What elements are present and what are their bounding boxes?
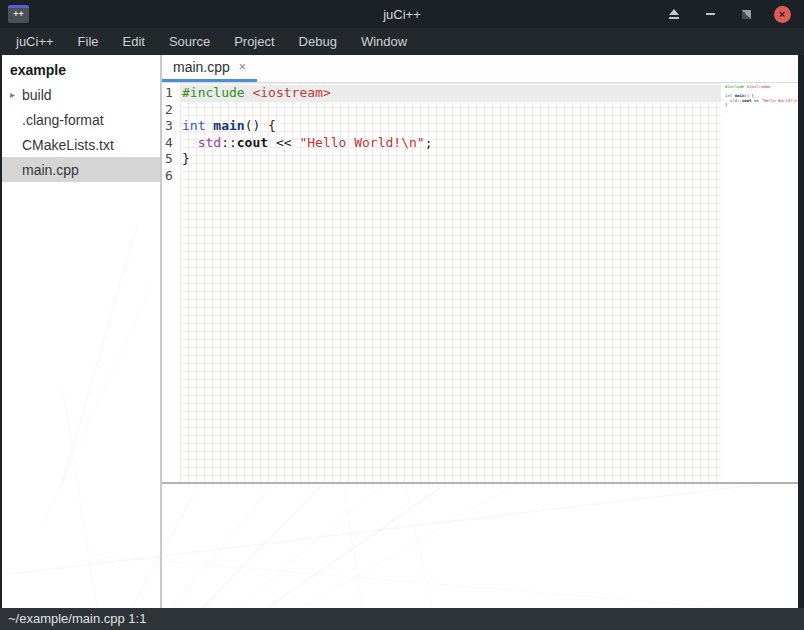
tree-item-label: CMakeLists.txt — [22, 137, 114, 153]
code-line-3[interactable]: int main() { — [180, 118, 721, 135]
line-number: 2 — [165, 102, 180, 119]
tree-item-clang-format[interactable]: .clang-format — [2, 107, 160, 132]
tree-item-label: .clang-format — [22, 112, 104, 128]
code-token: () { — [245, 118, 276, 133]
line-number-gutter: 123456 — [162, 83, 180, 482]
maximize-icon — [742, 10, 751, 19]
code-token: main — [213, 118, 244, 133]
code-token: << — [268, 135, 299, 150]
output-pane[interactable] — [162, 484, 798, 608]
code-token: <iostream> — [747, 84, 771, 89]
status-text: ~/example/main.cpp 1:1 — [8, 611, 146, 626]
editor-pane: main.cpp × 123456 #include <iostream>int… — [162, 55, 798, 608]
content-area: example ▸build.clang-formatCMakeLists.tx… — [0, 55, 804, 608]
code-line-5[interactable]: } — [180, 151, 721, 168]
shade-button[interactable] — [662, 3, 686, 25]
code-token: <iostream> — [252, 85, 330, 100]
line-number: 5 — [165, 151, 180, 168]
app-window: ++ juCi++ × juCi++FileEditSourceProjectD… — [0, 0, 804, 630]
tree-item-cmakelists-txt[interactable]: CMakeLists.txt — [2, 132, 160, 157]
menu-item-debug[interactable]: Debug — [287, 29, 349, 54]
tree-item-label: main.cpp — [22, 162, 79, 178]
tab-label: main.cpp — [173, 59, 230, 75]
code-line-2[interactable] — [180, 102, 721, 119]
minimap[interactable]: #include <iostream>int main() { std::cou… — [725, 83, 797, 482]
tree-item-main-cpp[interactable]: main.cpp — [2, 157, 160, 182]
expander-icon[interactable]: ▸ — [2, 89, 22, 100]
menu-item-project[interactable]: Project — [222, 29, 286, 54]
menu-items: juCi++FileEditSourceProjectDebugWindow — [4, 29, 419, 54]
code-token: std — [198, 135, 221, 150]
sidebar: example ▸build.clang-formatCMakeLists.tx… — [2, 55, 160, 608]
code-token: "Hello World!\n" — [761, 98, 797, 103]
code-token: cout — [742, 98, 752, 103]
line-number: 4 — [165, 135, 180, 152]
app-logo-icon: ++ — [8, 5, 29, 23]
minimize-icon — [706, 13, 715, 15]
code-line-6[interactable] — [180, 168, 721, 185]
code-token: << — [752, 98, 762, 103]
code-token: int — [182, 118, 205, 133]
project-name: example — [2, 55, 160, 82]
minimap-line: std::cout << "Hello World!\n"; — [725, 99, 797, 104]
menu-item-source[interactable]: Source — [157, 29, 222, 54]
window-controls: × — [662, 3, 804, 25]
code-token: } — [182, 151, 190, 166]
menu-item-edit[interactable]: Edit — [111, 29, 157, 54]
line-number: 3 — [165, 118, 180, 135]
line-number: 1 — [165, 85, 180, 102]
file-tree: ▸build.clang-formatCMakeLists.txtmain.cp… — [2, 82, 160, 182]
tree-item-label: build — [22, 87, 52, 103]
menu-item-juci[interactable]: juCi++ — [4, 29, 66, 54]
menu-item-window[interactable]: Window — [349, 29, 419, 54]
tab-close-icon[interactable]: × — [239, 60, 246, 74]
line-number: 6 — [165, 168, 180, 185]
code-token: #include — [182, 85, 245, 100]
code-token: :: — [221, 135, 237, 150]
shade-icon-bar — [669, 17, 679, 19]
close-icon: × — [774, 6, 791, 23]
code-text-area[interactable]: #include <iostream>int main() { std::cou… — [180, 83, 721, 482]
code-token: "Hello World!\n" — [299, 135, 424, 150]
code-token: ; — [425, 135, 433, 150]
close-button[interactable]: × — [770, 3, 794, 25]
menu-bar: juCi++FileEditSourceProjectDebugWindow — [0, 28, 804, 55]
tab-bar: main.cpp × — [162, 55, 798, 83]
code-token: } — [725, 102, 727, 107]
code-line-4[interactable]: std::cout << "Hello World!\n"; — [180, 135, 721, 152]
code-token: #include — [725, 84, 744, 89]
window-titlebar[interactable]: ++ juCi++ × — [0, 0, 804, 28]
code-line-1[interactable]: #include <iostream> — [180, 85, 721, 102]
code-editor[interactable]: 123456 #include <iostream>int main() { s… — [162, 83, 798, 482]
menu-item-file[interactable]: File — [66, 29, 111, 54]
code-token: cout — [237, 135, 268, 150]
minimize-button[interactable] — [698, 3, 722, 25]
tab-main-cpp[interactable]: main.cpp × — [162, 55, 257, 82]
shade-icon — [669, 9, 679, 15]
status-bar: ~/example/main.cpp 1:1 — [0, 608, 804, 630]
code-token — [182, 135, 198, 150]
tree-item-build[interactable]: ▸build — [2, 82, 160, 107]
minimap-line — [725, 108, 797, 113]
code-token: std — [730, 98, 737, 103]
maximize-button[interactable] — [734, 3, 758, 25]
